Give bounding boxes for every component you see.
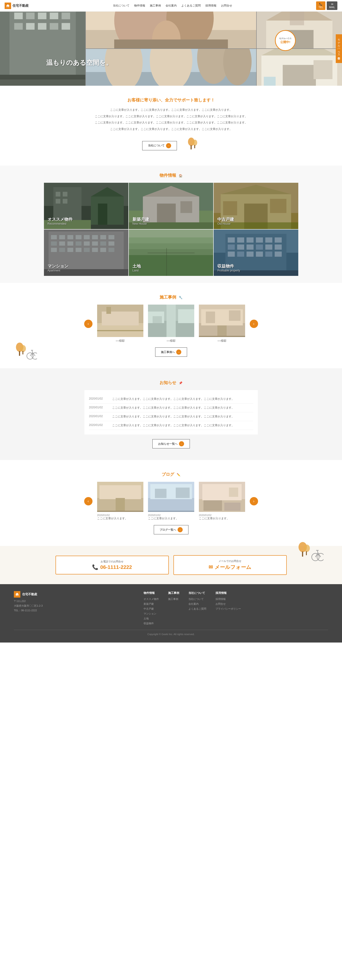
property-title-ja-land: 土地 <box>133 263 209 269</box>
blog-section-title: ブログ ✏️ <box>67 472 275 477</box>
news-item-2[interactable]: 2020/01/02 ここに文章が入ります。ここに文章が入ります。ここに文章が入… <box>89 412 253 421</box>
news-date-2: 2020/01/02 <box>89 415 108 418</box>
news-item-0[interactable]: 2020/01/02 ここに文章が入ります。ここに文章が入ります。ここに文章が入… <box>89 395 253 404</box>
blog-more-btn[interactable]: ブログ一覧へ → <box>154 525 188 535</box>
property-section-title: 物件情報 🏠 <box>0 173 342 178</box>
footer-link-company[interactable]: 会社案内 <box>188 602 206 606</box>
property-cell-profitable[interactable]: 収益物件 Profitable property <box>214 229 298 276</box>
footer-nav-col-about: 当社について 当社について 会社案内 よくあるご質問 <box>188 591 206 625</box>
svg-rect-15 <box>50 13 58 19</box>
blog-next-btn[interactable]: › <box>250 497 258 505</box>
svg-rect-12 <box>14 13 23 19</box>
cta-inner: お電話でのお問合せ 📞 06-1111-2222 メールでのお問合せ ✉ メール… <box>55 555 287 575</box>
svg-rect-152 <box>217 325 226 337</box>
cta-tel-box[interactable]: お電話でのお問合せ 📞 06-1111-2222 <box>55 556 169 574</box>
cta-mail-box[interactable]: メールでのお問合せ ✉ メールフォーム <box>173 555 287 575</box>
nav-recruit[interactable]: 採用情報 <box>205 4 217 8</box>
svg-marker-44 <box>261 49 337 56</box>
site-logo[interactable]: 住宅不動産 <box>5 3 28 9</box>
about-title: お客様に寄り添い、全力でサポート致します！ <box>90 97 252 103</box>
svg-rect-45 <box>283 65 316 86</box>
about-btn[interactable]: 当社について → <box>142 141 177 150</box>
news-item-1[interactable]: 2020/01/02 ここに文章が入ります。ここに文章が入ります。ここに文章が入… <box>89 404 253 412</box>
nav-construction[interactable]: 施工事例 <box>150 4 161 8</box>
hero-cell-apartment <box>0 11 86 86</box>
svg-rect-17 <box>14 23 23 30</box>
news-more-btn[interactable]: お知らせ一覧へ → <box>152 439 190 449</box>
footer-nav-col-construction: 施工事例 施工事例 <box>168 591 179 625</box>
mail-icon-cta: ✉ <box>209 564 213 570</box>
news-btn-arrow: → <box>179 441 184 446</box>
footer-link-oldhouse[interactable]: 中古戸建 <box>144 607 159 611</box>
about-para-2: ここに文章が入ります。ここに文章が入ります。ここに文章が入ります。ここに文章が入… <box>90 114 252 119</box>
news-section: お知らせ 📌 2020/01/02 ここに文章が入ります。ここに文章が入ります。… <box>0 368 342 460</box>
blog-text-2: ここに文章が入ります。 <box>199 517 245 520</box>
footer-link-recruit[interactable]: 採用情報 <box>215 597 241 601</box>
news-title-text: お知らせ <box>160 380 176 385</box>
svg-point-50 <box>193 140 197 146</box>
construction-carousel: ‹ ○○様邸 <box>67 305 275 343</box>
property-title-ja-oldhouse: 中古戸建 <box>217 216 294 222</box>
nav-contact[interactable]: お問合せ <box>221 4 232 8</box>
logo-icon <box>5 3 11 9</box>
footer-link-land[interactable]: 土地 <box>144 617 159 620</box>
news-item-3[interactable]: 2020/01/02 ここに文章が入ります。ここに文章が入ります。ここに文章が入… <box>89 421 253 430</box>
blog-btn-area: ブログ一覧へ → <box>67 525 275 535</box>
header-tel-button[interactable]: 📞 TEL <box>316 2 325 10</box>
about-section: お客様に寄り添い、全力でサポート致します！ ここに文章が入ります。ここに文章が入… <box>0 86 342 165</box>
blog-img-0 <box>97 482 143 512</box>
nav-faq[interactable]: よくあるご質問 <box>181 4 201 8</box>
property-cell-apartment[interactable]: マンション Apartment <box>44 229 128 276</box>
footer-link-profitable[interactable]: 収益物件 <box>144 622 159 625</box>
about-para-4: ここに文章が入ります。ここに文章が入ります。ここに文章が入ります。ここに文章が入… <box>90 127 252 132</box>
footer-link-recommended[interactable]: オススメ物件 <box>144 597 159 601</box>
blog-date-2: 2020/01/02 <box>199 514 245 517</box>
hero-cell-family <box>86 11 256 48</box>
svg-rect-48 <box>264 77 276 86</box>
footer-logo-row: 住宅不動産 <box>14 591 43 598</box>
property-title-icon: 🏠 <box>179 174 182 177</box>
nav-property[interactable]: 物件情報 <box>134 4 145 8</box>
construction-next-btn[interactable]: › <box>250 320 258 328</box>
news-text-3: ここに文章が入ります。ここに文章が入ります。ここに文章が入ります。ここに文章が入… <box>112 423 234 427</box>
svg-rect-166 <box>100 485 141 499</box>
blog-img-2 <box>199 482 245 512</box>
svg-point-186 <box>317 554 323 561</box>
construction-more-btn[interactable]: 施工事例へ → <box>155 347 187 357</box>
footer-link-contact[interactable]: お問合せ <box>215 602 241 606</box>
property-cell-newhouse[interactable]: 新築戸建 New House <box>129 183 213 229</box>
nav-company[interactable]: 会社案内 <box>166 4 177 8</box>
cta-mail-link: ✉ メールフォーム <box>179 564 281 571</box>
hero-badge[interactable]: モデルハウス 公開中! <box>275 30 296 51</box>
about-para-3: ここに文章が入ります。ここに文章が入ります。ここに文章が入ります。ここに文章が入… <box>90 120 252 125</box>
footer-link-mansion[interactable]: マンション <box>144 612 159 616</box>
svg-rect-146 <box>153 316 162 323</box>
footer-link-privacy[interactable]: プライバシーポリシー <box>215 607 241 611</box>
svg-rect-139 <box>106 307 111 314</box>
nav-about[interactable]: 当社について <box>113 4 130 8</box>
property-title-ja-recommended: オススメ物件 <box>48 216 125 222</box>
construction-title: 施工事例 🔧 <box>67 294 275 300</box>
svg-rect-183 <box>302 552 303 557</box>
footer-link-construction[interactable]: 施工事例 <box>168 597 179 601</box>
footer-link-newhouse[interactable]: 新築戸建 <box>144 602 159 606</box>
footer-link-faq[interactable]: よくあるご質問 <box>188 607 206 611</box>
blog-prev-btn[interactable]: ‹ <box>84 497 92 505</box>
property-cell-oldhouse[interactable]: 中古戸建 Old House <box>214 183 298 229</box>
tel-icon: 📞 <box>318 3 323 6</box>
svg-rect-180 <box>224 503 241 511</box>
news-inner: お知らせ 📌 2020/01/02 ここに文章が入ります。ここに文章が入ります。… <box>84 380 258 449</box>
svg-rect-21 <box>62 23 70 30</box>
footer-link-about[interactable]: 当社について <box>188 597 206 601</box>
about-para-1: ここに文章が入ります。ここに文章が入ります。ここに文章が入ります。ここに文章が入… <box>90 108 252 113</box>
construction-section: 施工事例 🔧 ‹ ○○様邸 <box>0 283 342 368</box>
construction-prev-btn[interactable]: ‹ <box>84 320 92 328</box>
hero-side-tab[interactable]: モデルハウス公開中！→ <box>336 34 342 63</box>
property-cell-recommended[interactable]: オススメ物件 Recommended <box>44 183 128 229</box>
mail-icon: ✉ <box>329 3 335 6</box>
news-text-2: ここに文章が入ります。ここに文章が入ります。ここに文章が入ります。ここに文章が入… <box>112 415 234 418</box>
svg-rect-46 <box>314 60 332 79</box>
property-cell-land[interactable]: 土地 Land <box>129 229 213 276</box>
news-date-0: 2020/01/02 <box>89 397 108 401</box>
header-mail-button[interactable]: ✉ MAIL <box>327 2 337 10</box>
